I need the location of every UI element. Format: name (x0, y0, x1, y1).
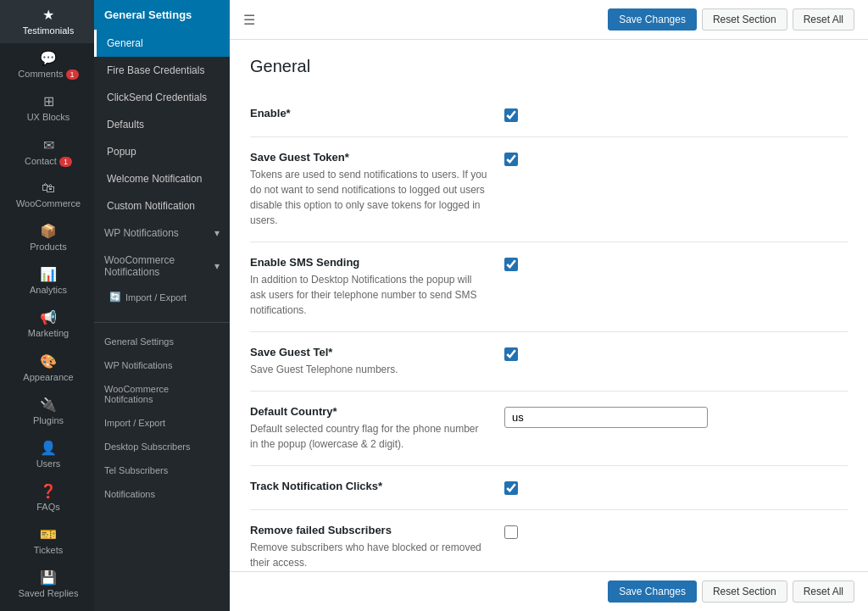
menu-icon[interactable]: ☰ (243, 12, 255, 28)
nav-item-clicksend[interactable]: ClickSend Credentials (94, 84, 230, 111)
users-icon: 👤 (40, 440, 57, 456)
save-guest-token-label: Save Guest Token* (250, 151, 487, 164)
sms-sending-checkbox[interactable] (504, 258, 518, 271)
marketing-icon: 📢 (40, 309, 57, 325)
content-area: General Enable* Save Guest Token* Tokens… (230, 40, 868, 571)
sidebar-item-analytics[interactable]: 📊 Analytics (0, 259, 94, 303)
remove-failed-checkbox[interactable] (504, 525, 518, 539)
page-title: General (250, 57, 848, 76)
bottom-item-notifications[interactable]: Notifications (94, 482, 230, 506)
tickets-icon: 🎫 (40, 526, 57, 542)
save-guest-token-desc: Tokens are used to send notifications to… (250, 167, 487, 228)
nav-item-welcome-notification[interactable]: Welcome Notification (94, 165, 230, 192)
save-guest-tel-desc: Save Guest Telephone numbers. (250, 362, 487, 377)
nav-item-defaults[interactable]: Defaults (94, 111, 230, 138)
sidebar-item-contact[interactable]: ✉ Contact 1 (0, 131, 94, 174)
nav-group-woocommerce-notifications[interactable]: WooCommerce Notifications ▾ (94, 247, 230, 286)
comments-icon: 💬 (40, 50, 57, 66)
sidebar-item-marketing[interactable]: 📢 Marketing (0, 303, 94, 346)
track-clicks-label: Track Notification Clicks* (250, 480, 487, 492)
save-changes-button[interactable]: Save Changes (608, 8, 697, 31)
nav-item-popup[interactable]: Popup (94, 138, 230, 165)
woocommerce-icon: 🛍 (42, 181, 55, 196)
default-country-input[interactable] (504, 407, 708, 428)
secondary-sidebar: General Settings General Fire Base Crede… (94, 0, 230, 611)
save-guest-token-checkbox[interactable] (504, 153, 518, 166)
remove-failed-desc: Remove subscribers who have blocked or r… (250, 540, 487, 570)
save-guest-tel-checkbox[interactable] (504, 347, 518, 361)
sidebar-item-saved-replies[interactable]: 💾 Saved Replies (0, 563, 94, 606)
default-country-desc: Default selected country flag for the ph… (250, 421, 487, 452)
remove-failed-label: Remove failed Subscribers (250, 524, 487, 536)
sidebar-item-products[interactable]: 📦 Products (0, 216, 94, 259)
sidebar-item-appearance[interactable]: 🎨 Appearance (0, 347, 94, 390)
main-content: ☰ Save Changes Reset Section Reset All G… (230, 0, 868, 611)
nav-group-wp-notifications[interactable]: WP Notifications ▾ (94, 219, 230, 247)
bottom-item-general-settings[interactable]: General Settings (94, 330, 230, 353)
sms-sending-label: Enable SMS Sending (250, 256, 487, 269)
sidebar-item-ux-blocks[interactable]: ⊞ UX Blocks (0, 86, 94, 130)
form-section-save-guest-tel: Save Guest Tel* Save Guest Telephone num… (250, 332, 848, 392)
refresh-icon: 🔄 (109, 292, 121, 303)
left-sidebar: ★ Testimonials 💬 Comments 1 ⊞ UX Blocks … (0, 0, 94, 611)
bottom-reset-section-button[interactable]: Reset Section (702, 580, 787, 603)
default-country-label: Default Country* (250, 405, 487, 418)
enable-label: Enable* (250, 107, 487, 119)
sms-sending-desc: In addition to Desktop Notifications the… (250, 272, 487, 318)
plugins-icon: 🔌 (40, 397, 57, 413)
bottom-reset-all-button[interactable]: Reset All (793, 580, 854, 603)
ux-blocks-icon: ⊞ (43, 93, 54, 109)
reset-section-button[interactable]: Reset Section (702, 8, 787, 31)
products-label: Products (30, 242, 66, 253)
bottom-save-changes-button[interactable]: Save Changes (608, 580, 697, 603)
nav-item-general[interactable]: General (94, 30, 230, 57)
sidebar-item-tools[interactable]: 🔧 Tools (0, 607, 94, 611)
analytics-icon: 📊 (40, 266, 57, 282)
top-bar: ☰ Save Changes Reset Section Reset All (230, 0, 868, 40)
top-bar-buttons: Save Changes Reset Section Reset All (608, 8, 854, 31)
sidebar-item-woocommerce[interactable]: 🛍 WooCommerce (0, 174, 94, 216)
secondary-sidebar-header[interactable]: General Settings (94, 0, 230, 30)
bottom-item-woocommerce-notifcations[interactable]: WooCommerce Notifcations (94, 377, 230, 411)
saved-replies-label: Saved Replies (19, 588, 79, 599)
bottom-item-tel-subscribers[interactable]: Tel Subscribers (94, 458, 230, 482)
save-guest-tel-label: Save Guest Tel* (250, 346, 487, 358)
sidebar-item-faqs[interactable]: ❓ FAQs (0, 476, 94, 519)
bottom-bar: Save Changes Reset Section Reset All (230, 571, 868, 611)
form-section-track-clicks: Track Notification Clicks* (250, 466, 848, 510)
bottom-item-desktop-subscribers[interactable]: Desktop Subscribers (94, 435, 230, 458)
saved-replies-icon: 💾 (40, 569, 57, 586)
analytics-label: Analytics (30, 285, 67, 296)
bottom-item-wp-notifications[interactable]: WP Notifications (94, 353, 230, 377)
sidebar-item-testimonials[interactable]: ★ Testimonials (0, 0, 94, 43)
nav-item-firebase[interactable]: Fire Base Credentials (94, 57, 230, 84)
sidebar-item-comments[interactable]: 💬 Comments 1 (0, 43, 94, 86)
chevron-down-icon: ▾ (214, 260, 220, 272)
nav-item-import-export[interactable]: 🔄 Import / Export (94, 286, 230, 308)
form-section-save-guest-token: Save Guest Token* Tokens are used to sen… (250, 137, 848, 242)
faqs-icon: ❓ (40, 483, 57, 499)
enable-checkbox[interactable] (504, 108, 518, 122)
form-section-sms-sending: Enable SMS Sending In addition to Deskto… (250, 242, 848, 332)
appearance-icon: 🎨 (40, 353, 57, 369)
track-clicks-checkbox[interactable] (504, 481, 518, 495)
sidebar-item-users[interactable]: 👤 Users (0, 433, 94, 476)
bottom-bar-buttons: Save Changes Reset Section Reset All (608, 580, 854, 603)
nav-item-custom-notification[interactable]: Custom Notification (94, 192, 230, 219)
contact-icon: ✉ (43, 137, 54, 153)
bottom-item-import-export[interactable]: Import / Export (94, 411, 230, 435)
reset-all-button[interactable]: Reset All (793, 8, 854, 31)
top-bar-left: ☰ (243, 12, 255, 28)
sidebar-item-tickets[interactable]: 🎫 Tickets (0, 519, 94, 563)
form-section-default-country: Default Country* Default selected countr… (250, 392, 848, 466)
products-icon: 📦 (40, 223, 57, 239)
testimonials-icon: ★ (42, 7, 54, 23)
chevron-down-icon: ▾ (214, 227, 220, 239)
sidebar-item-plugins[interactable]: 🔌 Plugins (0, 390, 94, 433)
form-section-enable: Enable* (250, 93, 848, 137)
form-section-remove-failed: Remove failed Subscribers Remove subscri… (250, 510, 848, 571)
